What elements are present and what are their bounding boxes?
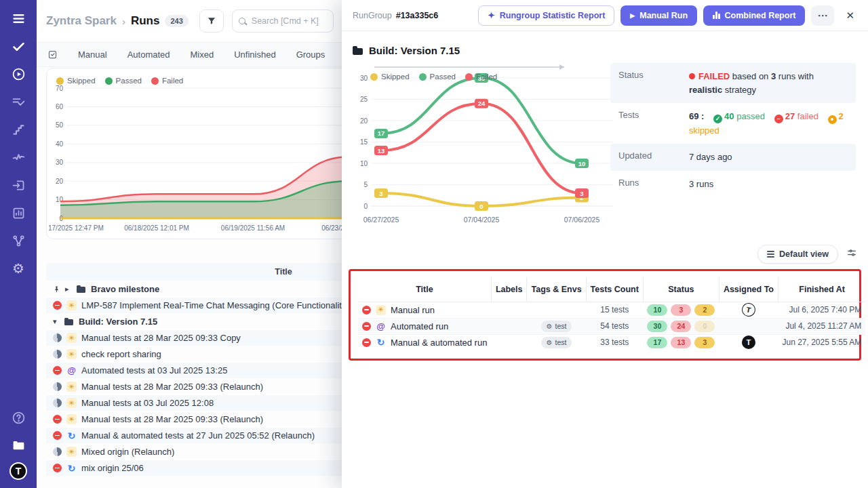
run-title: check report sharing xyxy=(81,349,161,359)
runs-tab[interactable]: Manual xyxy=(78,49,107,60)
rungroup-content: SkippedPassedFailed 05101520253030217301… xyxy=(342,60,868,238)
run-status-icon xyxy=(53,415,62,424)
legend-item[interactable]: Passed xyxy=(105,77,142,85)
run-type-icon xyxy=(66,365,77,375)
analytics-icon[interactable] xyxy=(9,204,27,222)
run-status-icon xyxy=(362,322,371,331)
rows-icon xyxy=(767,251,774,258)
legend-item[interactable]: Skipped xyxy=(370,73,410,81)
table-row[interactable]: Automated run test 54 tests 30 24 0 Jul … xyxy=(358,318,865,334)
skipped-pill: 3 xyxy=(694,337,715,348)
legend-dot-icon xyxy=(105,77,113,85)
chevron-icon[interactable] xyxy=(65,285,71,293)
projects-folder-icon[interactable] xyxy=(9,436,27,454)
passed-pill: 17 xyxy=(647,337,667,348)
rungroup-id: #13a335c6 xyxy=(396,11,439,20)
tests-count: 54 tests xyxy=(586,318,643,334)
drawer-actions: ✦ Rungroup Statistic Report ▶ Manual Run… xyxy=(478,5,857,26)
manual-run-button[interactable]: ▶ Manual Run xyxy=(620,5,697,26)
table-row[interactable]: Manual & automated run test 33 tests 17 … xyxy=(358,334,865,350)
breadcrumb-separator: › xyxy=(122,16,125,27)
default-view-button[interactable]: Default view xyxy=(757,245,838,264)
search-input[interactable] xyxy=(250,16,327,26)
svg-text:24: 24 xyxy=(478,100,486,107)
user-avatar[interactable]: T xyxy=(9,462,27,480)
updated-row: Updated 7 days ago xyxy=(610,144,856,171)
legend-item[interactable]: Skipped xyxy=(56,77,96,85)
menu-icon[interactable] xyxy=(9,9,27,27)
statistic-report-button[interactable]: ✦ Rungroup Statistic Report xyxy=(478,5,614,26)
run-status-icon xyxy=(53,382,62,391)
more-button[interactable]: ⋯ xyxy=(811,5,834,26)
passed-pill: 10 xyxy=(647,304,667,316)
run-title: Manual tests at 28 Mar 2025 09:33 (Relau… xyxy=(81,414,263,424)
passed-check-icon: ✓ xyxy=(713,115,722,123)
svg-text:20: 20 xyxy=(56,178,64,185)
finished-at: Jul 6, 2025 7:40 PM xyxy=(778,302,865,318)
search-icon xyxy=(239,18,245,24)
drawer-close-icon[interactable]: ✕ xyxy=(843,7,857,24)
table-row[interactable]: Manual run 15 tests 10 3 2 T Jul 6, 2025… xyxy=(358,302,865,318)
rungroup-details: Status FAILED based on 3 runs with reali… xyxy=(610,63,856,197)
play-icon: ▶ xyxy=(630,12,635,19)
suites-icon[interactable] xyxy=(9,93,27,110)
column-header[interactable]: Tests Count xyxy=(586,277,643,302)
run-type-icon xyxy=(66,430,77,441)
rungroup-drawer: RunGroup #13a335c6 ✦ Rungroup Statistic … xyxy=(342,0,868,488)
svg-text:06/18/2025 12:01 PM: 06/18/2025 12:01 PM xyxy=(124,224,189,232)
trend-chart-block: SkippedPassedFailed 05101520253030217301… xyxy=(350,60,616,238)
assignee-avatar: T xyxy=(742,336,755,349)
filter-button[interactable] xyxy=(199,9,224,33)
run-status-icon xyxy=(53,447,62,456)
finished-at: Jul 4, 2025 11:27 AM xyxy=(778,318,865,334)
column-header[interactable]: Title xyxy=(358,277,491,302)
breadcrumb-project[interactable]: Zyntra Spark xyxy=(46,14,117,28)
runs-tab[interactable]: Groups xyxy=(296,49,326,60)
svg-text:20: 20 xyxy=(360,117,368,125)
tests-check-icon[interactable] xyxy=(9,37,27,55)
legend-item[interactable]: Failed xyxy=(151,77,183,85)
column-header[interactable]: Finished At xyxy=(778,277,865,302)
settings-gear-icon[interactable]: ⚙ xyxy=(9,260,27,277)
tag-pill[interactable]: test xyxy=(541,321,572,332)
run-type-icon xyxy=(66,382,77,392)
column-header[interactable]: Labels xyxy=(491,277,527,302)
combined-report-button[interactable]: Combined Report xyxy=(703,5,805,26)
column-header[interactable]: Tags & Envs xyxy=(527,277,586,302)
run-type-icon xyxy=(66,398,77,408)
help-icon[interactable] xyxy=(9,409,27,426)
svg-text:30: 30 xyxy=(56,159,64,166)
legend-item[interactable]: Failed xyxy=(465,73,497,81)
column-header[interactable]: Status xyxy=(643,277,719,302)
table-settings-icon[interactable] xyxy=(846,247,857,261)
run-status-icon xyxy=(53,350,62,359)
run-title: Automated run xyxy=(391,321,448,331)
steps-icon[interactable] xyxy=(9,121,27,138)
runs-tab[interactable]: Mixed xyxy=(191,49,214,60)
pulse-icon[interactable] xyxy=(9,148,27,166)
tabs-list: ManualAutomatedMixedUnfinishedGroups xyxy=(78,49,325,60)
svg-text:13: 13 xyxy=(378,147,385,155)
status-pills: 10 3 2 xyxy=(647,304,715,316)
runs-tab[interactable]: Automated xyxy=(127,49,170,60)
page-title: Runs xyxy=(131,14,160,28)
column-header[interactable]: Assigned To xyxy=(719,277,778,302)
highlighted-runs-table: TitleLabelsTags & EnvsTests CountStatusA… xyxy=(349,269,861,361)
select-runs-icon[interactable] xyxy=(47,49,58,60)
branches-icon[interactable] xyxy=(9,232,27,249)
run-status-icon xyxy=(53,399,62,407)
labels-cell xyxy=(491,334,527,350)
finished-at: Jun 27, 2025 5:55 AM xyxy=(778,334,865,350)
legend-item[interactable]: Passed xyxy=(419,73,456,81)
import-icon[interactable] xyxy=(9,176,27,194)
chevron-icon[interactable] xyxy=(53,317,59,326)
run-type-icon xyxy=(66,333,77,343)
run-status-icon xyxy=(362,338,371,347)
runs-tab[interactable]: Unfinished xyxy=(234,49,275,60)
runs-play-icon[interactable] xyxy=(9,65,27,83)
failed-minus-icon: – xyxy=(774,115,783,123)
run-title: Automated tests at 03 Jul 2025 13:25 xyxy=(81,365,227,375)
tag-pill[interactable]: test xyxy=(541,337,572,348)
svg-text:17: 17 xyxy=(378,129,385,137)
legend-dot-icon xyxy=(419,73,427,81)
